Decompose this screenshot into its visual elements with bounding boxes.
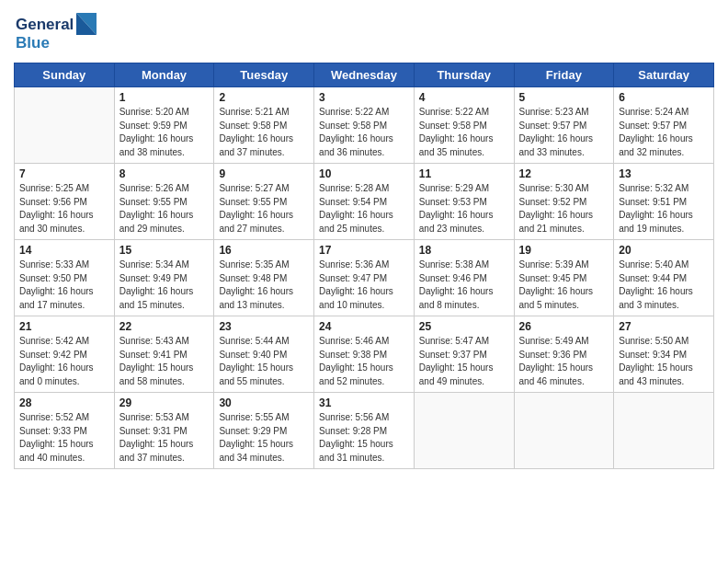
day-number: 16 (219, 244, 309, 257)
day-info: Sunrise: 5:46 AM Sunset: 9:38 PM Dayligh… (319, 335, 409, 388)
day-info: Sunrise: 5:22 AM Sunset: 9:58 PM Dayligh… (319, 106, 409, 159)
calendar-day-cell: 29Sunrise: 5:53 AM Sunset: 9:31 PM Dayli… (114, 393, 214, 469)
day-info: Sunrise: 5:53 AM Sunset: 9:31 PM Dayligh… (119, 411, 210, 465)
day-number: 2 (219, 91, 309, 104)
day-number: 25 (419, 320, 509, 333)
weekday-header-wednesday: Wednesday (314, 63, 415, 87)
day-number: 22 (119, 320, 210, 333)
day-number: 20 (619, 244, 709, 257)
calendar-day-cell (15, 87, 115, 164)
day-info: Sunrise: 5:35 AM Sunset: 9:48 PM Dayligh… (219, 259, 309, 312)
day-number: 28 (19, 396, 109, 409)
calendar-day-cell: 15Sunrise: 5:34 AM Sunset: 9:49 PM Dayli… (114, 240, 214, 316)
day-info: Sunrise: 5:23 AM Sunset: 9:57 PM Dayligh… (519, 106, 609, 159)
calendar-day-cell: 5Sunrise: 5:23 AM Sunset: 9:57 PM Daylig… (514, 87, 614, 164)
day-number: 18 (419, 244, 509, 257)
day-info: Sunrise: 5:43 AM Sunset: 9:41 PM Dayligh… (119, 335, 210, 388)
calendar-week-row: 7Sunrise: 5:25 AM Sunset: 9:56 PM Daylig… (15, 164, 714, 240)
day-info: Sunrise: 5:34 AM Sunset: 9:49 PM Dayligh… (119, 259, 210, 312)
day-number: 6 (619, 91, 709, 104)
weekday-header-saturday: Saturday (614, 63, 714, 87)
calendar-day-cell: 26Sunrise: 5:49 AM Sunset: 9:36 PM Dayli… (514, 316, 614, 393)
day-info: Sunrise: 5:28 AM Sunset: 9:54 PM Dayligh… (319, 182, 409, 236)
svg-text:Blue: Blue (16, 34, 50, 52)
day-number: 13 (619, 167, 709, 180)
day-number: 5 (519, 91, 609, 104)
day-number: 21 (19, 320, 109, 333)
calendar-week-row: 28Sunrise: 5:52 AM Sunset: 9:33 PM Dayli… (15, 393, 714, 469)
calendar-day-cell: 18Sunrise: 5:38 AM Sunset: 9:46 PM Dayli… (414, 240, 514, 316)
calendar-day-cell: 23Sunrise: 5:44 AM Sunset: 9:40 PM Dayli… (214, 316, 314, 393)
calendar-day-cell: 21Sunrise: 5:42 AM Sunset: 9:42 PM Dayli… (15, 316, 115, 393)
day-info: Sunrise: 5:56 AM Sunset: 9:28 PM Dayligh… (319, 411, 409, 465)
calendar-day-cell: 30Sunrise: 5:55 AM Sunset: 9:29 PM Dayli… (214, 393, 314, 469)
day-number: 11 (419, 167, 509, 180)
day-number: 26 (519, 320, 609, 333)
logo: General Blue (14, 9, 110, 57)
calendar-day-cell: 16Sunrise: 5:35 AM Sunset: 9:48 PM Dayli… (214, 240, 314, 316)
day-number: 12 (519, 167, 609, 180)
calendar-week-row: 1Sunrise: 5:20 AM Sunset: 9:59 PM Daylig… (15, 87, 714, 164)
day-info: Sunrise: 5:55 AM Sunset: 9:29 PM Dayligh… (219, 411, 309, 465)
day-info: Sunrise: 5:42 AM Sunset: 9:42 PM Dayligh… (19, 335, 109, 388)
calendar-table: SundayMondayTuesdayWednesdayThursdayFrid… (14, 63, 714, 469)
weekday-header-friday: Friday (514, 63, 614, 87)
day-info: Sunrise: 5:39 AM Sunset: 9:45 PM Dayligh… (519, 259, 609, 312)
calendar-day-cell: 19Sunrise: 5:39 AM Sunset: 9:45 PM Dayli… (514, 240, 614, 316)
calendar-day-cell: 8Sunrise: 5:26 AM Sunset: 9:55 PM Daylig… (114, 164, 214, 240)
calendar-day-cell: 6Sunrise: 5:24 AM Sunset: 9:57 PM Daylig… (614, 87, 714, 164)
calendar-day-cell: 11Sunrise: 5:29 AM Sunset: 9:53 PM Dayli… (414, 164, 514, 240)
day-number: 19 (519, 244, 609, 257)
day-number: 10 (319, 167, 409, 180)
day-info: Sunrise: 5:29 AM Sunset: 9:53 PM Dayligh… (419, 182, 509, 236)
calendar-day-cell: 12Sunrise: 5:30 AM Sunset: 9:52 PM Dayli… (514, 164, 614, 240)
calendar-day-cell: 14Sunrise: 5:33 AM Sunset: 9:50 PM Dayli… (15, 240, 115, 316)
day-number: 1 (119, 91, 210, 104)
day-info: Sunrise: 5:20 AM Sunset: 9:59 PM Dayligh… (119, 106, 210, 159)
calendar-day-cell: 27Sunrise: 5:50 AM Sunset: 9:34 PM Dayli… (614, 316, 714, 393)
calendar-day-cell: 4Sunrise: 5:22 AM Sunset: 9:58 PM Daylig… (414, 87, 514, 164)
weekday-header-sunday: Sunday (15, 63, 115, 87)
day-info: Sunrise: 5:52 AM Sunset: 9:33 PM Dayligh… (19, 411, 109, 465)
calendar-day-cell: 25Sunrise: 5:47 AM Sunset: 9:37 PM Dayli… (414, 316, 514, 393)
day-info: Sunrise: 5:36 AM Sunset: 9:47 PM Dayligh… (319, 259, 409, 312)
day-info: Sunrise: 5:27 AM Sunset: 9:55 PM Dayligh… (219, 182, 309, 236)
day-info: Sunrise: 5:40 AM Sunset: 9:44 PM Dayligh… (619, 259, 709, 312)
calendar-day-cell: 2Sunrise: 5:21 AM Sunset: 9:58 PM Daylig… (214, 87, 314, 164)
day-info: Sunrise: 5:50 AM Sunset: 9:34 PM Dayligh… (619, 335, 709, 388)
day-number: 9 (219, 167, 309, 180)
page: General Blue SundayMondayTuesdayWednesda… (0, 0, 728, 483)
day-number: 30 (219, 396, 309, 409)
day-number: 17 (319, 244, 409, 257)
weekday-header-tuesday: Tuesday (214, 63, 314, 87)
day-number: 29 (119, 396, 210, 409)
header: General Blue (14, 9, 714, 57)
weekday-header-thursday: Thursday (414, 63, 514, 87)
weekday-header-row: SundayMondayTuesdayWednesdayThursdayFrid… (15, 63, 714, 87)
day-number: 8 (119, 167, 210, 180)
calendar-day-cell: 17Sunrise: 5:36 AM Sunset: 9:47 PM Dayli… (314, 240, 415, 316)
day-info: Sunrise: 5:49 AM Sunset: 9:36 PM Dayligh… (519, 335, 609, 388)
calendar-day-cell (514, 393, 614, 469)
day-info: Sunrise: 5:22 AM Sunset: 9:58 PM Dayligh… (419, 106, 509, 159)
calendar-day-cell: 13Sunrise: 5:32 AM Sunset: 9:51 PM Dayli… (614, 164, 714, 240)
day-info: Sunrise: 5:33 AM Sunset: 9:50 PM Dayligh… (19, 259, 109, 312)
day-info: Sunrise: 5:38 AM Sunset: 9:46 PM Dayligh… (419, 259, 509, 312)
logo-icon: General Blue (14, 9, 110, 53)
calendar-week-row: 21Sunrise: 5:42 AM Sunset: 9:42 PM Dayli… (15, 316, 714, 393)
day-info: Sunrise: 5:30 AM Sunset: 9:52 PM Dayligh… (519, 182, 609, 236)
day-info: Sunrise: 5:21 AM Sunset: 9:58 PM Dayligh… (219, 106, 309, 159)
day-info: Sunrise: 5:25 AM Sunset: 9:56 PM Dayligh… (19, 182, 109, 236)
calendar-day-cell: 10Sunrise: 5:28 AM Sunset: 9:54 PM Dayli… (314, 164, 415, 240)
day-number: 3 (319, 91, 409, 104)
day-number: 27 (619, 320, 709, 333)
calendar-day-cell: 20Sunrise: 5:40 AM Sunset: 9:44 PM Dayli… (614, 240, 714, 316)
calendar-day-cell: 22Sunrise: 5:43 AM Sunset: 9:41 PM Dayli… (114, 316, 214, 393)
svg-text:General: General (16, 16, 74, 33)
day-number: 14 (19, 244, 109, 257)
day-number: 31 (319, 396, 409, 409)
day-info: Sunrise: 5:24 AM Sunset: 9:57 PM Dayligh… (619, 106, 709, 159)
calendar-day-cell: 3Sunrise: 5:22 AM Sunset: 9:58 PM Daylig… (314, 87, 415, 164)
day-info: Sunrise: 5:32 AM Sunset: 9:51 PM Dayligh… (619, 182, 709, 236)
calendar-day-cell: 31Sunrise: 5:56 AM Sunset: 9:28 PM Dayli… (314, 393, 415, 469)
